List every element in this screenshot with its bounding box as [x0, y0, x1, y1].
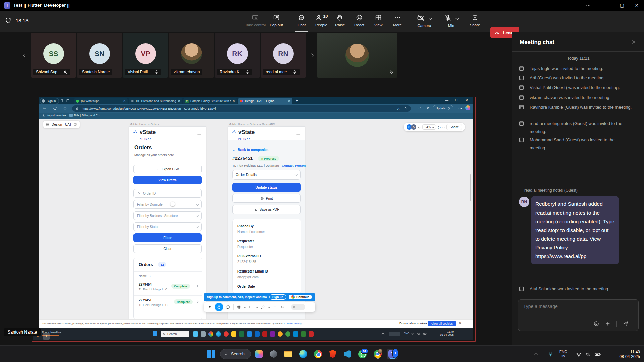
taskbar-search[interactable]: Search — [220, 349, 251, 359]
shape-tool-icon[interactable] — [249, 305, 253, 309]
battery-icon[interactable] — [594, 351, 601, 358]
figma-frame-order-detail[interactable]: vStateFILINGS ←Back to companies #227645… — [228, 126, 305, 319]
cursor-tool-icon[interactable] — [208, 305, 212, 309]
participant-tile[interactable]: RK Ravindra K... — [215, 33, 260, 78]
workspaces-icon[interactable] — [59, 99, 63, 103]
browser-menu-icon[interactable] — [458, 106, 462, 111]
edge-icon[interactable] — [216, 331, 221, 337]
signup-button[interactable]: Sign up — [269, 294, 286, 300]
read-aloud-icon[interactable]: A⌃ — [397, 106, 401, 110]
tray-clock[interactable]: 11:4008-04-2025 — [434, 330, 454, 336]
file-explorer-icon[interactable] — [231, 331, 236, 337]
app-icon[interactable] — [224, 331, 229, 337]
allow-cookies-button[interactable]: Allow all cookies — [428, 321, 456, 326]
app-icon[interactable] — [268, 349, 279, 359]
app-icon[interactable] — [278, 331, 283, 337]
participant-tile[interactable]: VP Vishal Patil ... — [123, 33, 168, 78]
start-button[interactable] — [153, 331, 158, 337]
browser-update-button[interactable]: Update — [433, 105, 453, 111]
whatsapp-icon[interactable] — [285, 331, 290, 337]
filmstrip-prev-button[interactable] — [21, 50, 30, 60]
camera-button[interactable]: Camera — [412, 14, 437, 28]
chrome-profile-icon[interactable] — [372, 349, 383, 359]
copilot-icon[interactable] — [254, 349, 264, 359]
frame-label[interactable]: Mobile: Home → Orders → Order ABC — [229, 123, 275, 126]
address-bar[interactable]: https://www.figma.com/design/9BKQ0FOHRWa… — [72, 105, 411, 112]
chat-button[interactable]: Chat — [291, 14, 312, 27]
browser-tab[interactable]: X Sample Salary Structure with calc✕ — [183, 98, 237, 104]
maximize-button[interactable]: ▢ — [614, 0, 629, 11]
tab-close-icon[interactable]: ✕ — [288, 99, 290, 103]
tab-close-icon[interactable]: ✕ — [123, 99, 126, 103]
emoji-icon[interactable] — [593, 321, 599, 327]
app-icon[interactable] — [262, 331, 267, 337]
figma-file-chip[interactable]: Design - UAT — [43, 121, 80, 128]
chrome-icon[interactable] — [208, 331, 213, 337]
tray-expand-icon[interactable] — [382, 333, 384, 336]
text-tool-icon[interactable] — [273, 305, 277, 309]
close-chat-icon[interactable] — [631, 39, 636, 45]
google-continue-button[interactable]: Continue — [289, 295, 312, 299]
browser-signin-button[interactable]: Sign in — [40, 98, 59, 104]
send-icon[interactable] — [623, 320, 629, 327]
back-icon[interactable] — [42, 106, 47, 111]
cookie-settings-link[interactable]: Cookies settings — [284, 322, 303, 325]
present-icon[interactable]: ▷ — [438, 125, 441, 129]
close-button[interactable]: ✕ — [629, 0, 644, 11]
camera-options-chevron-icon[interactable] — [428, 16, 432, 20]
mic-options-chevron-icon[interactable] — [455, 16, 459, 20]
overlay-plus-icon[interactable]: + — [43, 333, 50, 340]
teams-icon[interactable]: T 1 — [387, 349, 398, 359]
deny-cookies-button[interactable]: Do not allow cookies — [399, 322, 427, 325]
new-tab-button[interactable]: + — [296, 98, 298, 103]
browser-tab[interactable]: (6) WhatsApp✕ — [74, 98, 128, 104]
browser-essentials-icon[interactable] — [417, 106, 421, 110]
app-icon[interactable] — [247, 331, 252, 337]
present-chevron-icon[interactable] — [442, 126, 445, 128]
tab-close-icon[interactable]: ✕ — [178, 99, 180, 103]
frame-tool-icon[interactable] — [237, 305, 241, 309]
vscode-icon[interactable] — [293, 331, 298, 337]
copilot-icon[interactable] — [465, 105, 470, 110]
tab-close-icon[interactable]: ✕ — [232, 99, 235, 103]
share-button[interactable]: Share — [464, 14, 486, 27]
outlook-icon[interactable] — [255, 331, 260, 337]
clock[interactable]: 11:4008-04-2025 — [604, 350, 640, 359]
brave-icon[interactable] — [327, 349, 338, 359]
wifi-icon[interactable] — [411, 332, 415, 336]
participant-tile[interactable]: SN Santosh Narate — [77, 33, 122, 78]
pen-tool-icon[interactable] — [261, 305, 265, 309]
frame-tool-chevron-icon[interactable] — [244, 306, 246, 308]
frame-label[interactable]: Mobile: Home → Orders — [130, 123, 159, 126]
titlebar-more-icon[interactable] — [581, 0, 596, 11]
volume-icon[interactable] — [585, 351, 591, 357]
shape-tool-chevron-icon[interactable] — [256, 306, 258, 308]
tray-icons-cluster[interactable] — [389, 332, 400, 336]
figma-share-button[interactable]: Share — [446, 124, 462, 130]
pdf-icon[interactable] — [309, 331, 314, 337]
start-button[interactable] — [206, 349, 217, 359]
copy-link-icon[interactable] — [73, 123, 77, 126]
browser-close-button[interactable]: ✕ — [465, 98, 468, 102]
pop-out-button[interactable]: Pop out — [266, 14, 287, 27]
filmstrip-next-button[interactable] — [307, 50, 316, 60]
browser-minimize-button[interactable]: — — [445, 98, 448, 102]
participant-tile[interactable]: RN read.ai mee... — [261, 33, 306, 78]
excel-icon[interactable] — [301, 331, 306, 337]
volume-icon[interactable] — [417, 332, 421, 336]
browser-maximize-button[interactable]: ▢ — [455, 98, 458, 102]
dev-mode-toggle[interactable] — [291, 304, 305, 310]
comment-tool-icon[interactable] — [226, 305, 230, 309]
zoom-selector[interactable]: 94% — [422, 124, 436, 130]
vertical-tabs-icon[interactable] — [66, 99, 70, 103]
figma-frame-orders[interactable]: vStateFILINGS Orders Manage all your ord… — [129, 126, 206, 319]
edge-icon[interactable] — [298, 349, 309, 359]
participant-tile[interactable]: vikram chavan — [169, 33, 214, 78]
favorites-bar-icon[interactable] — [426, 106, 430, 110]
view-button[interactable]: View — [368, 14, 389, 27]
language-indicator[interactable]: ENGIN — [559, 350, 567, 358]
pen-tool-chevron-icon[interactable] — [268, 306, 270, 308]
chrome-icon[interactable] — [313, 349, 323, 359]
collaborators-chevron-icon[interactable] — [418, 126, 421, 128]
browser-tab[interactable]: DC Divisions and Surroundings✕ — [129, 98, 182, 104]
